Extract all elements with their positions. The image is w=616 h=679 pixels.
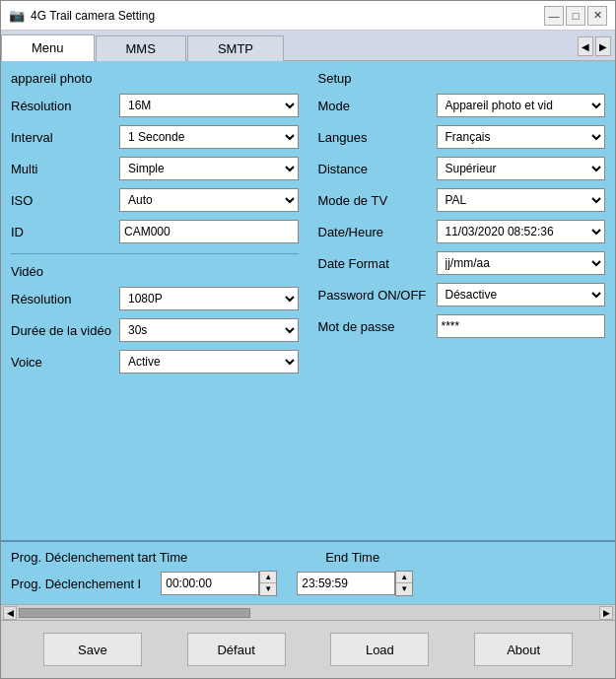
maximize-button[interactable]: □ xyxy=(566,6,585,26)
setup-section-title: Setup xyxy=(318,71,606,86)
multi-label: Multi xyxy=(11,162,119,176)
password-onoff-row: Password ON/OFF Désactive xyxy=(318,283,606,306)
password-row: Mot de passe xyxy=(318,314,606,338)
window-title: 4G Trail camera Setting xyxy=(31,9,155,23)
start-time-up-button[interactable]: ▲ xyxy=(260,572,276,583)
vid-resolution-row: Résolution 1080P xyxy=(11,287,299,310)
date-format-label: Date Format xyxy=(318,256,437,271)
minimize-button[interactable]: — xyxy=(544,6,564,26)
horizontal-scrollbar[interactable]: ◀ ▶ xyxy=(1,604,615,620)
end-time-down-button[interactable]: ▼ xyxy=(396,583,412,595)
datetime-row: Date/Heure 11/03/2020 08:52:36 xyxy=(318,220,606,243)
start-time-input[interactable] xyxy=(161,572,259,595)
password-onoff-label: Password ON/OFF xyxy=(318,288,437,303)
hscroll-thumb[interactable] xyxy=(19,608,250,618)
start-time-wrap: ▲ ▼ xyxy=(161,571,277,596)
hscroll-right-button[interactable]: ▶ xyxy=(599,606,613,620)
tv-mode-label: Mode de TV xyxy=(318,193,437,208)
close-button[interactable]: ✕ xyxy=(587,6,607,26)
end-time-spinner: ▲ ▼ xyxy=(395,571,413,596)
distance-select[interactable]: Supérieur xyxy=(437,157,606,180)
left-panel: appareil photo Résolution 16M Interval 1… xyxy=(11,71,308,381)
section-video-title: Vidéo xyxy=(11,264,299,279)
tabs-bar: Menu MMS SMTP ◀ ▶ xyxy=(1,31,615,61)
id-row: ID xyxy=(11,220,299,243)
langues-label: Langues xyxy=(318,130,437,145)
prog-times-row: Prog. Déclenchement I ▲ ▼ ▲ ▼ xyxy=(11,571,605,596)
title-bar-left: 📷 4G Trail camera Setting xyxy=(9,8,155,24)
tab-mms[interactable]: MMS xyxy=(96,35,186,61)
multi-row: Multi Simple xyxy=(11,157,299,180)
default-button[interactable]: Défaut xyxy=(187,633,286,666)
save-button[interactable]: Save xyxy=(43,633,142,666)
tab-next-button[interactable]: ▶ xyxy=(595,36,611,56)
datetime-label: Date/Heure xyxy=(318,225,437,239)
vid-duration-select[interactable]: 30s xyxy=(119,318,299,342)
right-panel: Setup Mode Appareil photo et vid Langues… xyxy=(308,71,606,381)
langues-select[interactable]: Français xyxy=(437,125,606,149)
tab-prev-button[interactable]: ◀ xyxy=(578,36,593,56)
mode-row: Mode Appareil photo et vid xyxy=(318,94,606,117)
tv-mode-row: Mode de TV PAL xyxy=(318,188,606,212)
load-button[interactable]: Load xyxy=(330,633,429,666)
separator-1 xyxy=(11,253,299,254)
interval-select[interactable]: 1 Seconde xyxy=(119,125,299,149)
content-scroll[interactable]: appareil photo Résolution 16M Interval 1… xyxy=(1,61,615,536)
about-button[interactable]: About xyxy=(474,633,573,666)
datetime-select[interactable]: 11/03/2020 08:52:36 xyxy=(437,220,606,243)
start-time-down-button[interactable]: ▼ xyxy=(260,583,276,595)
voice-label: Voice xyxy=(11,355,119,370)
tab-menu[interactable]: Menu xyxy=(1,34,95,61)
date-format-row: Date Format jj/mm/aa xyxy=(318,251,606,275)
mode-label: Mode xyxy=(318,99,437,113)
two-col-layout: appareil photo Résolution 16M Interval 1… xyxy=(11,71,605,381)
hscroll-track[interactable] xyxy=(19,608,597,618)
iso-select[interactable]: Auto xyxy=(119,188,299,212)
multi-select[interactable]: Simple xyxy=(119,157,299,180)
resolution-label: Résolution xyxy=(11,99,119,113)
interval-row: Interval 1 Seconde xyxy=(11,125,299,149)
tv-mode-select[interactable]: PAL xyxy=(437,188,606,212)
section-appareil-photo-title: appareil photo xyxy=(11,71,299,86)
id-input[interactable] xyxy=(119,220,299,243)
content-area: appareil photo Résolution 16M Interval 1… xyxy=(1,61,615,620)
vid-duration-row: Durée de la vidéo 30s xyxy=(11,318,299,342)
prog-section: Prog. Déclenchement tart Time End Time P… xyxy=(1,540,615,604)
password-label: Mot de passe xyxy=(318,319,437,334)
id-label: ID xyxy=(11,225,119,239)
voice-row: Voice Active xyxy=(11,350,299,373)
prog-label: Prog. Déclenchement I xyxy=(11,577,141,591)
mode-select[interactable]: Appareil photo et vid xyxy=(437,94,606,117)
resolution-row: Résolution 16M xyxy=(11,94,299,117)
distance-label: Distance xyxy=(318,162,437,176)
interval-label: Interval xyxy=(11,130,119,145)
hscroll-left-button[interactable]: ◀ xyxy=(3,606,17,620)
app-icon: 📷 xyxy=(9,8,25,24)
end-time-input[interactable] xyxy=(297,572,395,595)
vid-resolution-label: Résolution xyxy=(11,292,119,306)
tab-nav: ◀ ▶ xyxy=(578,33,615,60)
distance-row: Distance Supérieur xyxy=(318,157,606,180)
end-time-wrap: ▲ ▼ xyxy=(297,571,413,596)
title-bar: 📷 4G Trail camera Setting — □ ✕ xyxy=(1,1,615,31)
password-input[interactable] xyxy=(437,314,606,338)
main-window: 📷 4G Trail camera Setting — □ ✕ Menu MMS… xyxy=(0,0,616,679)
bottom-bar: Save Défaut Load About xyxy=(1,620,615,678)
iso-label: ISO xyxy=(11,193,119,208)
langues-row: Langues Français xyxy=(318,125,606,149)
resolution-select[interactable]: 16M xyxy=(119,94,299,117)
start-time-spinner: ▲ ▼ xyxy=(259,571,277,596)
iso-row: ISO Auto xyxy=(11,188,299,212)
vid-resolution-select[interactable]: 1080P xyxy=(119,287,299,310)
voice-select[interactable]: Active xyxy=(119,350,299,373)
vid-duration-label: Durée de la vidéo xyxy=(11,323,119,338)
prog-header-row: Prog. Déclenchement tart Time End Time xyxy=(11,550,605,565)
prog-end-time-label: End Time xyxy=(325,550,379,565)
tab-smtp[interactable]: SMTP xyxy=(187,35,284,61)
password-onoff-select[interactable]: Désactive xyxy=(437,283,606,306)
end-time-up-button[interactable]: ▲ xyxy=(396,572,412,583)
prog-start-time-label: Prog. Déclenchement tart Time xyxy=(11,550,187,565)
date-format-select[interactable]: jj/mm/aa xyxy=(437,251,606,275)
title-controls: — □ ✕ xyxy=(544,6,607,26)
